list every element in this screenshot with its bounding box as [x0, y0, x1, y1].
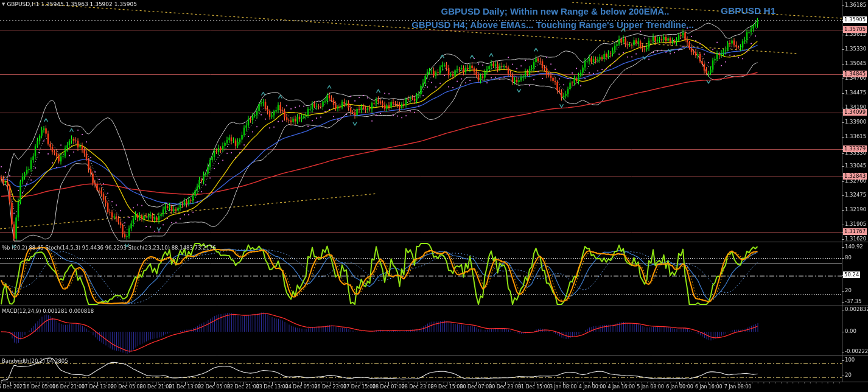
time-tick-label: 30 Dec 23:00	[489, 384, 521, 390]
time-tick-label: 26 Dec 23:00	[314, 384, 346, 390]
time-tick-label: 6 Jan 00:00	[666, 384, 693, 390]
mt4-chart-window: ▼ GBPUSD,H1 1.35945 1.35963 1.35902 1.35…	[0, 0, 868, 392]
indicator-label-macd: MACD(12,24,9) 0.001281 0.000818	[2, 308, 94, 314]
time-tick-label: 16 Dec 05:00	[23, 384, 55, 390]
time-tick-label: 22 Dec 21:00	[227, 384, 259, 390]
time-tick-label: 4 Jan 16:00	[608, 384, 635, 390]
time-tick-label: 28 Dec 23:00	[402, 384, 434, 390]
expand-triangle-icon[interactable]: ▼	[2, 2, 5, 7]
time-tick-label: 15 Dec 2021	[0, 384, 26, 390]
time-tick-label: 27 Dec 15:00	[343, 384, 376, 390]
time-axis[interactable]: 15 Dec 202116 Dec 05:0016 Dec 21:0017 De…	[0, 0, 868, 392]
time-tick-label: 23 Dec 13:00	[256, 384, 289, 390]
time-tick-label: 31 Dec 15:00	[518, 384, 550, 390]
time-tick-label: 30 Dec 07:00	[460, 384, 492, 390]
symbol-ohlc-label: ▼ GBPUSD,H1 1.35945 1.35963 1.35902 1.35…	[2, 1, 137, 7]
time-tick-label: 24 Dec 05:00	[285, 384, 318, 390]
time-tick-label: 29 Dec 15:00	[431, 384, 463, 390]
time-tick-label: 6 Jan 16:00	[695, 384, 722, 390]
time-tick-label: 17 Dec 13:00	[82, 384, 114, 390]
time-tick-label: 16 Dec 21:00	[52, 384, 85, 390]
time-tick-label: 21 Dec 13:00	[169, 384, 201, 390]
time-tick-label: 22 Dec 05:00	[198, 384, 230, 390]
time-tick-label: 20 Dec 05:00	[111, 384, 143, 390]
time-tick-label: 3 Jan 08:00	[550, 384, 576, 390]
timeframe-label: GBPUSD H1	[721, 5, 775, 16]
time-tick-label: 7 Jan 08:00	[724, 384, 751, 390]
indicator-label-bandwidth: Bandwidth(20,2) 64.2805	[2, 358, 68, 364]
time-tick-label: 20 Dec 21:00	[140, 384, 172, 390]
annotation-daily-note: GBPUSD Daily; Within new Range & below 2…	[441, 6, 670, 16]
time-tick-label: 28 Dec 07:00	[373, 384, 405, 390]
indicator-label-stoch-pb: %b (20,2) 88.45 Stoch(14,5,3) 95.4436 96…	[2, 245, 216, 251]
time-tick-label: 4 Jan 00:00	[579, 384, 606, 390]
symbol-ohlc-text: GBPUSD,H1 1.35945 1.35963 1.35902 1.3590…	[7, 1, 136, 7]
annotation-h4-note: GBPUSD H4; Above EMAs... Touching Range'…	[411, 19, 694, 30]
time-tick-label: 5 Jan 08:00	[637, 384, 663, 390]
